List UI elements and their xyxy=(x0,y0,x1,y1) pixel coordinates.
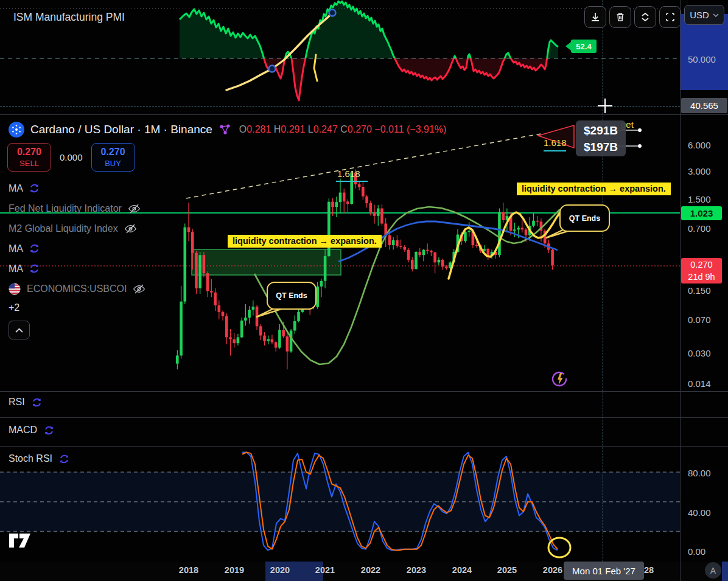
year-label: 2022 xyxy=(361,565,380,575)
legend-item-m2-global-liquidity[interactable]: M2 Global Liquidity Index xyxy=(9,218,145,238)
us-flag-icon xyxy=(9,283,21,295)
scale-tick-label: 0.070 xyxy=(688,315,711,325)
chevron-down-icon xyxy=(713,13,719,17)
indicator-legend: MA Fed Net Liquidity Indicator M2 Global… xyxy=(9,178,145,339)
frame-button[interactable] xyxy=(659,6,681,28)
time-axis[interactable]: 2018201920202021202220232024202520262028… xyxy=(0,562,728,581)
pane-divider[interactable] xyxy=(0,114,728,115)
maximize-button[interactable] xyxy=(634,6,656,28)
year-label: 2025 xyxy=(497,565,517,575)
download-button[interactable] xyxy=(584,6,606,28)
macd-panel-label[interactable]: MACD xyxy=(9,425,54,436)
crosshair-date-label: Mon 01 Feb '27 xyxy=(564,562,644,580)
eye-off-icon[interactable] xyxy=(133,284,145,294)
symbol-header: Cardano / US Dollar · 1M · Binance O0.28… xyxy=(9,122,446,137)
qt-ends-callout-left[interactable]: QT Ends xyxy=(267,282,317,310)
resistance-price-label: 1.023 xyxy=(681,206,722,220)
scale-tick-label: 40.00 xyxy=(688,507,711,518)
scale-highlight xyxy=(681,14,728,90)
liquidity-values-tooltip: $291B $197B xyxy=(576,120,626,156)
tooltip-value: $291B xyxy=(584,122,626,139)
loading-icon xyxy=(59,454,69,464)
sell-button[interactable]: 0.270SELL xyxy=(7,143,51,172)
fib-level-label-top[interactable]: 1.618 xyxy=(337,169,360,179)
scale-tick-label: 0.00 xyxy=(688,546,705,557)
legend-more-count[interactable]: +2 xyxy=(9,299,145,317)
annotation-banner-right[interactable]: liquidity contraction → expansion. xyxy=(517,183,671,195)
price-scale[interactable]: 60.00050.000 40.565 USD 6.0003.0001.5000… xyxy=(681,0,728,581)
year-label: 2021 xyxy=(315,565,335,575)
legend-item-ma[interactable]: MA xyxy=(9,259,145,279)
year-label: 2024 xyxy=(452,565,472,575)
scale-tick-label: 6.000 xyxy=(688,140,711,150)
loading-icon xyxy=(32,397,42,408)
loading-icon xyxy=(29,183,40,193)
pane-divider[interactable] xyxy=(0,446,728,447)
qt-ends-callout-right[interactable]: QT Ends xyxy=(559,204,610,232)
scale-tick-label: 0.700 xyxy=(688,223,711,234)
year-label: 2019 xyxy=(225,565,244,575)
pane-divider[interactable] xyxy=(0,391,728,392)
year-label: 2020 xyxy=(270,565,290,575)
bar-countdown: 21d 9h xyxy=(688,271,715,283)
pane-divider[interactable] xyxy=(0,417,728,418)
scale-tick-label: 0.014 xyxy=(688,378,711,389)
current-price-label: 0.270 21d 9h xyxy=(681,258,722,284)
year-label: 2026 xyxy=(543,565,562,575)
eye-off-icon[interactable] xyxy=(124,223,137,234)
scale-tick-label: 0.150 xyxy=(688,285,711,296)
flash-circle-icon[interactable] xyxy=(550,369,569,389)
delete-button[interactable] xyxy=(609,6,631,28)
scale-tick-label: 80.00 xyxy=(688,468,711,478)
scale-tick-label: 0.030 xyxy=(688,348,711,358)
legend-item-ma[interactable]: MA xyxy=(9,178,145,198)
cardano-logo-icon xyxy=(9,122,24,137)
order-panel: 0.270SELL 0.000 0.270BUY xyxy=(7,143,135,172)
scale-tick-label: 3.000 xyxy=(688,166,711,176)
loading-icon xyxy=(29,243,40,254)
legend-item-fed-net-liquidity[interactable]: Fed Net Liquidity Indicator xyxy=(9,198,145,218)
crosshair-cursor-icon xyxy=(597,98,613,114)
year-label: 2018 xyxy=(179,565,198,575)
legend-item-ma[interactable]: MA xyxy=(9,238,145,259)
buy-button[interactable]: 0.270BUY xyxy=(91,143,135,172)
fib-level-label-right[interactable]: 1.618 xyxy=(544,137,567,148)
ism-value-label: 52.4 xyxy=(571,40,597,53)
account-button[interactable]: A xyxy=(705,562,721,579)
crosshair-vertical xyxy=(603,0,603,562)
currency-dropdown[interactable]: USD xyxy=(684,5,724,25)
crosshair-horizontal xyxy=(0,106,680,106)
tradingview-chart-app: ISM Manufacturing PMI 52.4 Cardano / US … xyxy=(0,0,728,581)
change-readout: −0.011 (−3.91%) xyxy=(374,124,446,134)
symbol-title[interactable]: Cardano / US Dollar · 1M · Binance xyxy=(30,123,212,136)
drawing-toolbar xyxy=(584,6,681,28)
tradingview-logo[interactable] xyxy=(9,533,32,551)
scale-tick-label: 1.500 xyxy=(688,194,711,204)
eye-off-icon[interactable] xyxy=(128,203,141,214)
loading-icon xyxy=(44,425,54,436)
ohlc-readout: O0.281 H0.291 L0.247 C0.270 −0.011 (−3.9… xyxy=(239,124,447,135)
ism-indicator-title[interactable]: ISM Manufacturing PMI xyxy=(13,11,125,24)
stoch-rsi-panel-label[interactable]: Stoch RSI xyxy=(9,453,69,464)
rsi-panel-label[interactable]: RSI xyxy=(9,397,42,408)
legend-item-usbcoi[interactable]: ECONOMICS:USBCOI xyxy=(9,279,145,299)
ideas-share-icon[interactable] xyxy=(219,123,232,136)
legend-collapse-button[interactable] xyxy=(9,321,30,339)
stoch-rsi-pane-canvas[interactable] xyxy=(0,446,680,562)
scale-tick-label: 50.000 xyxy=(688,54,716,64)
annotation-banner-left[interactable]: liquidity contraction → expansion. xyxy=(228,235,382,248)
tooltip-value: $197B xyxy=(584,139,626,155)
year-label: 2023 xyxy=(407,565,426,575)
spread-value: 0.000 xyxy=(60,152,83,162)
crosshair-price-label: 40.565 xyxy=(681,98,727,113)
loading-icon xyxy=(29,263,40,274)
